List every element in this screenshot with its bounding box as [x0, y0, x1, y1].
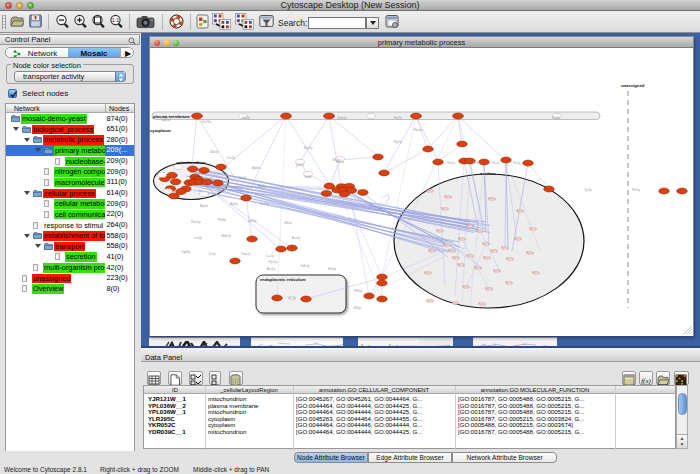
svg-text:Aco1p: Aco1p	[292, 236, 301, 240]
svg-text:Rpb1p: Rpb1p	[458, 237, 466, 241]
svg-text:Rpb1p: Rpb1p	[457, 263, 465, 267]
svg-text:Rpb1p: Rpb1p	[482, 242, 490, 246]
svg-text:Adh1p: Adh1p	[162, 118, 171, 122]
svg-text:Rpb1p: Rpb1p	[436, 229, 444, 233]
svg-text:Rpb1p: Rpb1p	[428, 249, 436, 253]
svg-text:Rpb1p: Rpb1p	[505, 281, 513, 285]
svg-text:Sdh1p: Sdh1p	[210, 150, 219, 154]
svg-text:Rpb1p: Rpb1p	[514, 237, 522, 241]
svg-text:Hxt6p: Hxt6p	[552, 116, 560, 120]
svg-text:Fum1p: Fum1p	[241, 252, 251, 256]
svg-text:Hxt7p: Hxt7p	[394, 116, 402, 120]
svg-text:Rpb1p: Rpb1p	[478, 302, 486, 306]
svg-text:f(x): f(x)	[641, 377, 651, 385]
svg-text:Rpb1p: Rpb1p	[516, 209, 524, 213]
svg-text:Gpm1p: Gpm1p	[337, 116, 347, 120]
svg-text:Rpb1p: Rpb1p	[466, 224, 474, 228]
svg-text:Pdc1p: Pdc1p	[632, 188, 641, 192]
svg-text:Sdh2p: Sdh2p	[248, 219, 257, 223]
svg-text:Gdh1p: Gdh1p	[300, 264, 309, 268]
svg-text:Rpb1p: Rpb1p	[444, 195, 452, 199]
svg-text:Rpb1p: Rpb1p	[466, 254, 474, 258]
svg-text:Rna1p: Rna1p	[492, 161, 500, 165]
svg-text:Acs1p: Acs1p	[267, 267, 276, 271]
svg-text:Rpb1p: Rpb1p	[506, 257, 514, 261]
svg-text:cytoplasm: cytoplasm	[150, 128, 171, 133]
svg-text:Gal2p: Gal2p	[242, 116, 250, 120]
svg-text:Rpb1p: Rpb1p	[448, 249, 456, 253]
svg-text:Lat1p: Lat1p	[194, 236, 202, 240]
svg-text:Rpb1p: Rpb1p	[462, 285, 470, 289]
svg-text:unassigned: unassigned	[621, 83, 645, 88]
svg-text:Atp4p: Atp4p	[252, 166, 260, 170]
svg-text:Tdh1p: Tdh1p	[332, 158, 341, 162]
svg-text:Rpb1p: Rpb1p	[526, 251, 534, 255]
svg-text:Rna1p: Rna1p	[447, 161, 455, 165]
svg-text:plasma membrane: plasma membrane	[153, 114, 190, 119]
svg-text:Pma1p: Pma1p	[191, 220, 201, 224]
svg-text:Cyt1p: Cyt1p	[218, 188, 226, 192]
svg-text:Rpb1p: Rpb1p	[483, 256, 491, 260]
svg-text:Qcr2p: Qcr2p	[238, 176, 247, 180]
svg-text:mitochondrion: mitochondrion	[176, 160, 206, 165]
svg-text:Rpb1p: Rpb1p	[488, 197, 496, 201]
svg-text:Rpb1p: Rpb1p	[493, 269, 501, 273]
svg-text:Kgd1p: Kgd1p	[182, 250, 191, 254]
svg-text:Atp1p: Atp1p	[230, 202, 238, 206]
svg-text:Rpb1p: Rpb1p	[424, 271, 432, 275]
svg-text:Glk1p: Glk1p	[353, 306, 361, 310]
svg-text:Tpi1p: Tpi1p	[584, 188, 592, 192]
svg-text:endoplasmic reticulum: endoplasmic reticulum	[260, 277, 306, 282]
svg-text:Idh1p: Idh1p	[284, 221, 292, 225]
svg-text:Rpb1p: Rpb1p	[532, 271, 540, 275]
svg-text:Cox4p: Cox4p	[260, 202, 269, 206]
svg-text:Cdc2p: Cdc2p	[296, 163, 304, 167]
svg-text:Gal4p: Gal4p	[304, 175, 312, 179]
svg-text:Rna1p: Rna1p	[473, 161, 481, 165]
svg-text:Sec1p: Sec1p	[288, 296, 296, 300]
svg-text:Rpb1p: Rpb1p	[485, 287, 493, 291]
svg-text:Rpb1p: Rpb1p	[441, 207, 449, 211]
svg-text:1:1: 1:1	[112, 17, 120, 23]
svg-text:Pgk1p: Pgk1p	[394, 140, 403, 144]
svg-text:Rpb1p: Rpb1p	[443, 243, 451, 247]
svg-text:Hxk1p: Hxk1p	[328, 267, 337, 271]
svg-text:Fba1p: Fba1p	[414, 128, 423, 132]
svg-text:Rpb1p: Rpb1p	[452, 256, 460, 260]
svg-text:Rpb1p: Rpb1p	[476, 229, 484, 233]
svg-text:Atp2p: Atp2p	[200, 204, 208, 208]
svg-text:Cor1p: Cor1p	[227, 156, 236, 160]
svg-text:Cdc19p: Cdc19p	[201, 120, 212, 124]
svg-text:Rpb1p: Rpb1p	[474, 266, 482, 270]
svg-text:Pyc1p: Pyc1p	[269, 260, 278, 264]
svg-text:Rpb1p: Rpb1p	[426, 189, 434, 193]
svg-text:Cit1p: Cit1p	[208, 252, 215, 256]
svg-text:Rpb1p: Rpb1p	[501, 246, 509, 250]
svg-text:Rna1p: Rna1p	[513, 161, 521, 165]
svg-text:Pfk1p: Pfk1p	[354, 289, 362, 293]
svg-text:Rip1p: Rip1p	[258, 184, 266, 188]
svg-text:Rpb1p: Rpb1p	[451, 301, 459, 305]
svg-text:Mdh1p: Mdh1p	[221, 234, 231, 238]
svg-text:Eno1p: Eno1p	[304, 146, 313, 150]
svg-text:Rpb1p: Rpb1p	[490, 249, 498, 253]
svg-text:Lsc1p: Lsc1p	[266, 254, 274, 258]
svg-text:Rpb1p: Rpb1p	[426, 299, 434, 303]
svg-text:Pet9p: Pet9p	[218, 218, 226, 222]
svg-text:Rpb1p: Rpb1p	[529, 227, 537, 231]
